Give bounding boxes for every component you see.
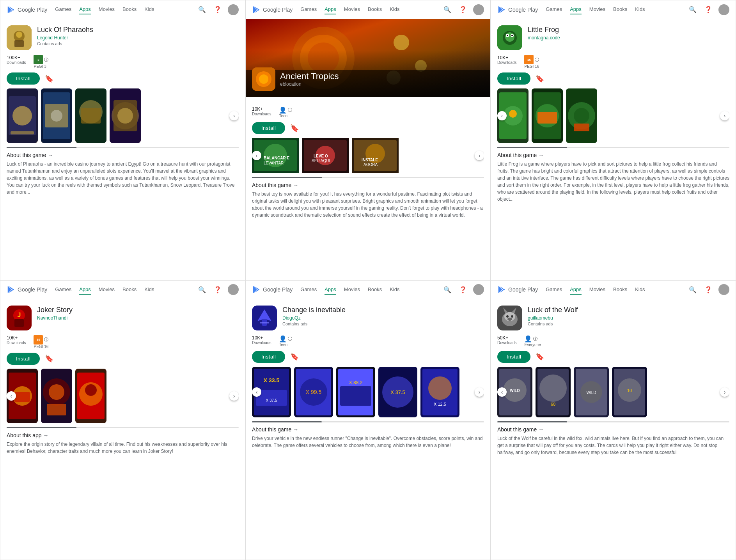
about-arrow-ancient: →	[293, 182, 298, 188]
nav-books-3[interactable]: Books	[613, 5, 627, 14]
screenshots-nav-right-change[interactable]: ›	[475, 387, 484, 397]
about-title-change[interactable]: About this game →	[252, 426, 484, 433]
help-icon-5[interactable]: ❓	[458, 284, 468, 295]
screenshots-nav-right-wolf[interactable]: ›	[720, 387, 729, 397]
app-developer-change[interactable]: DiogoQz	[282, 315, 484, 321]
nav-apps-3[interactable]: Apps	[570, 5, 582, 14]
help-icon-6[interactable]: ❓	[703, 284, 714, 295]
screenshots-nav-right-frog[interactable]: ›	[720, 111, 729, 120]
nav-movies-2[interactable]: Movies	[344, 5, 360, 14]
nav-books-5[interactable]: Books	[368, 285, 382, 295]
bookmark-change[interactable]: 🔖	[289, 351, 300, 362]
nav-apps-5[interactable]: Apps	[325, 285, 336, 295]
nav-kids-3[interactable]: Kids	[635, 5, 645, 14]
nav-apps-6[interactable]: Apps	[570, 285, 582, 295]
search-icon-1[interactable]: 🔍	[197, 4, 207, 15]
avatar-4[interactable]	[228, 284, 239, 295]
pharaohs-icon-img	[7, 25, 32, 50]
search-icon-2[interactable]: 🔍	[442, 4, 453, 15]
nav-kids-4[interactable]: Kids	[144, 285, 154, 295]
app-developer-frog[interactable]: montagna.code	[528, 35, 729, 41]
search-icon-4[interactable]: 🔍	[197, 284, 207, 295]
google-play-logo-6[interactable]: Google Play	[497, 285, 538, 294]
screenshots-nav-right-ancient[interactable]: ›	[475, 151, 484, 160]
svg-point-80	[85, 384, 97, 396]
nav-movies-6[interactable]: Movies	[589, 285, 605, 295]
nav-movies-5[interactable]: Movies	[344, 285, 360, 295]
screenshots-nav-left-ancient[interactable]: ‹	[252, 151, 261, 160]
downloads-stat-frog: 10K+ Downloads	[497, 55, 516, 69]
nav-books-4[interactable]: Books	[122, 285, 137, 295]
nav-apps-1[interactable]: Apps	[79, 5, 91, 14]
bookmark-joker[interactable]: 🔖	[44, 353, 55, 364]
nav-games-1[interactable]: Games	[55, 5, 71, 14]
screenshots-nav-right-joker[interactable]: ›	[229, 391, 239, 401]
pegi-info-pharaohs: ⓘ	[44, 57, 48, 63]
search-icon-3[interactable]: 🔍	[687, 4, 698, 15]
scroll-thumb-ancient	[252, 177, 322, 178]
nav-games-6[interactable]: Games	[546, 285, 562, 295]
nav-kids-2[interactable]: Kids	[390, 5, 399, 14]
help-icon-3[interactable]: ❓	[703, 4, 714, 15]
help-icon-2[interactable]: ❓	[458, 4, 468, 15]
google-play-logo-3[interactable]: Google Play	[497, 5, 538, 14]
about-title-frog[interactable]: About this game →	[497, 152, 729, 158]
google-play-logo-2[interactable]: Google Play	[252, 5, 293, 14]
google-play-logo-1[interactable]: Google Play	[7, 5, 47, 14]
nav-movies-4[interactable]: Movies	[99, 285, 115, 295]
nav-kids-5[interactable]: Kids	[390, 285, 399, 295]
about-title-wolf[interactable]: About this game →	[497, 426, 729, 433]
nav-apps-4[interactable]: Apps	[79, 285, 91, 295]
nav-kids-1[interactable]: Kids	[144, 5, 154, 14]
bookmark-ancient[interactable]: 🔖	[289, 123, 300, 134]
nav-books-1[interactable]: Books	[122, 5, 137, 14]
screenshots-nav-right-pharaohs[interactable]: ›	[229, 111, 239, 120]
google-play-logo-4[interactable]: Google Play	[7, 285, 47, 294]
screenshots-nav-left-frog[interactable]: ‹	[497, 111, 507, 120]
avatar-6[interactable]	[718, 284, 729, 295]
bookmark-frog[interactable]: 🔖	[534, 73, 545, 84]
app-developer-joker[interactable]: NavnooThandi	[37, 315, 239, 321]
install-button-joker[interactable]: Install	[7, 353, 40, 365]
avatar-5[interactable]	[473, 284, 484, 295]
nav-apps-2[interactable]: Apps	[325, 5, 336, 14]
nav-movies-3[interactable]: Movies	[589, 5, 605, 14]
avatar-1[interactable]	[228, 4, 239, 15]
help-icon-1[interactable]: ❓	[212, 4, 223, 15]
install-button-pharaohs[interactable]: Install	[7, 72, 40, 85]
avatar-2[interactable]	[473, 4, 484, 15]
avatar-3[interactable]	[718, 4, 729, 15]
about-title-ancient[interactable]: About this game →	[252, 182, 484, 188]
nav-games-2[interactable]: Games	[300, 5, 317, 14]
search-icon-5[interactable]: 🔍	[442, 284, 453, 295]
app-title-area-change: Change is inevitable DiogoQz Contains ad…	[282, 306, 484, 326]
about-title-pharaohs[interactable]: About this game →	[7, 152, 239, 158]
install-button-change[interactable]: Install	[252, 351, 285, 363]
nav-games-3[interactable]: Games	[546, 5, 562, 14]
screenshots-nav-left-wolf[interactable]: ‹	[497, 387, 507, 397]
install-row-wolf: Install 🔖	[497, 351, 729, 363]
rating-value-frog: 16 ⓘ	[524, 55, 539, 64]
install-button-frog[interactable]: Install	[497, 72, 530, 85]
screenshots-nav-left-change[interactable]: ‹	[252, 387, 261, 397]
screenshots-nav-left-joker[interactable]: ‹	[7, 391, 16, 401]
app-developer-wolf[interactable]: guillaomebu	[528, 315, 729, 321]
bookmark-pharaohs[interactable]: 🔖	[44, 73, 55, 84]
nav-games-5[interactable]: Games	[300, 285, 317, 295]
app-developer-pharaohs[interactable]: Legend Hunter	[37, 35, 239, 41]
bookmark-wolf[interactable]: 🔖	[534, 351, 545, 362]
hero-developer-ancient[interactable]: eblocation	[280, 81, 339, 87]
help-icon-4[interactable]: ❓	[212, 284, 223, 295]
nav-kids-6[interactable]: Kids	[635, 285, 645, 295]
nav-movies-1[interactable]: Movies	[99, 5, 115, 14]
install-button-wolf[interactable]: Install	[497, 351, 530, 363]
google-play-logo-5[interactable]: Google Play	[252, 285, 293, 294]
logo-text-5: Google Play	[263, 286, 293, 293]
app-title-joker: Joker Story	[37, 306, 239, 314]
nav-books-6[interactable]: Books	[613, 285, 627, 295]
nav-books-2[interactable]: Books	[368, 5, 382, 14]
install-button-ancient[interactable]: Install	[252, 122, 285, 134]
about-title-joker[interactable]: About this app →	[7, 432, 239, 438]
search-icon-6[interactable]: 🔍	[687, 284, 698, 295]
nav-games-4[interactable]: Games	[55, 285, 71, 295]
